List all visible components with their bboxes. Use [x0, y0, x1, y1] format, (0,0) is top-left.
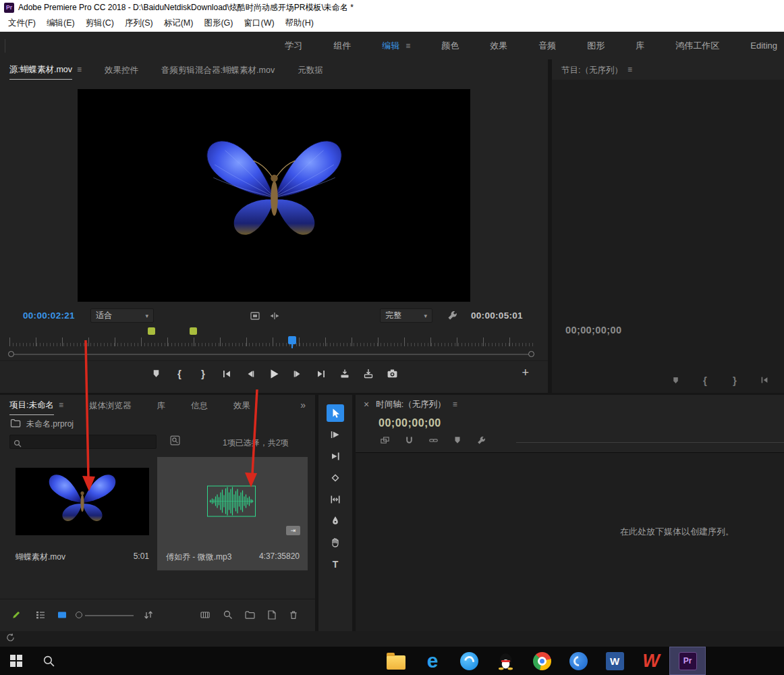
ripple-edit-tool[interactable]	[327, 448, 344, 465]
menu-markers[interactable]: 标记(M)	[164, 18, 194, 29]
workspace-tab-graphics[interactable]: 图形	[587, 40, 605, 52]
workspace-tab-color[interactable]: 颜色	[441, 40, 459, 52]
tab-program[interactable]: 节目:（无序列） ≡	[561, 60, 632, 80]
insert-button[interactable]	[339, 368, 351, 380]
panel-menu-icon[interactable]: ≡	[453, 400, 457, 408]
menu-help[interactable]: 帮助(H)	[285, 18, 314, 29]
step-forward-button[interactable]	[291, 368, 304, 380]
workspace-tab-assembly[interactable]: 组件	[333, 40, 351, 52]
mark-out-button[interactable]: }	[197, 368, 209, 380]
project-item-video[interactable]: 蝴蝶素材.mov 5:01	[7, 457, 157, 570]
list-view-button[interactable]	[35, 610, 46, 623]
playback-resolution-dropdown[interactable]: 完整 ▾	[380, 308, 432, 323]
chrome-taskbar-icon[interactable]	[524, 647, 560, 675]
menu-sequence[interactable]: 序列(S)	[125, 18, 153, 29]
menu-graphics[interactable]: 图形(G)	[204, 18, 233, 29]
tab-media-browser[interactable]: 媒体浏览器	[89, 396, 132, 415]
go-to-out-button[interactable]	[315, 368, 327, 380]
go-to-in-button[interactable]	[221, 368, 233, 380]
panel-menu-icon[interactable]: ≡	[77, 65, 82, 74]
search-box[interactable]	[9, 435, 157, 449]
clip-marker-icon[interactable]	[190, 327, 197, 335]
timeline-drop-zone[interactable]: 在此处放下媒体以创建序列。	[356, 453, 784, 631]
tab-project[interactable]: 项目:未命名 ≡	[9, 395, 63, 415]
mark-in-button[interactable]: {	[699, 374, 711, 386]
wps-taskbar-icon[interactable]: W	[633, 647, 669, 675]
timeline-settings-wrench-icon[interactable]	[476, 435, 486, 448]
menu-file[interactable]: 文件(F)	[8, 18, 36, 29]
clip-marker-icon[interactable]	[148, 327, 155, 335]
sync-status-icon[interactable]	[5, 632, 16, 645]
tab-info[interactable]: 信息	[191, 396, 208, 415]
razor-tool[interactable]	[327, 469, 344, 487]
source-playhead[interactable]	[288, 336, 296, 344]
button-editor-plus[interactable]: +	[522, 367, 529, 379]
file-explorer-taskbar-icon[interactable]	[378, 647, 414, 675]
find-button[interactable]	[223, 610, 233, 623]
panel-menu-icon[interactable]: ≡	[59, 401, 63, 409]
icon-view-button[interactable]	[57, 610, 67, 623]
scrollbar-handle-left[interactable]	[8, 351, 14, 357]
source-scrollbar[interactable]	[9, 351, 533, 358]
qq-taskbar-icon[interactable]	[487, 647, 524, 675]
project-writable-pencil-icon[interactable]	[11, 610, 22, 623]
edge-taskbar-icon[interactable]: e	[414, 647, 451, 675]
taskbar-search-button[interactable]	[32, 647, 65, 675]
tab-effect-controls[interactable]: 效果控件	[105, 60, 138, 80]
slip-tool[interactable]	[327, 491, 344, 508]
mark-in-button[interactable]: {	[173, 368, 186, 380]
workspace-tab-editing[interactable]: Editing	[750, 40, 777, 51]
search-input[interactable]	[26, 435, 153, 448]
track-select-forward-tool[interactable]	[327, 426, 344, 443]
workspace-tab-libraries[interactable]: 库	[636, 40, 644, 52]
source-time-ruler[interactable]	[9, 338, 533, 346]
snap-magnet-icon[interactable]	[404, 435, 414, 448]
menu-window[interactable]: 窗口(W)	[244, 18, 274, 29]
workspace-tab-custom[interactable]: 鸿伟工作区	[675, 40, 719, 52]
tab-source[interactable]: 源:蝴蝶素材.mov ≡	[9, 59, 82, 80]
nest-sequence-icon[interactable]	[380, 435, 390, 448]
zoom-slider-handle[interactable]	[76, 612, 82, 618]
step-back-button[interactable]	[244, 368, 256, 380]
sort-icons-button[interactable]	[143, 610, 154, 623]
premiere-taskbar-icon[interactable]: Pr	[669, 647, 706, 675]
zoom-slider-track[interactable]	[85, 615, 134, 616]
linked-selection-icon[interactable]	[428, 435, 439, 448]
video-thumbnail[interactable]	[16, 468, 149, 535]
workspace-tab-learn[interactable]: 学习	[285, 40, 302, 52]
play-button[interactable]	[268, 368, 280, 380]
scrollbar-handle-right[interactable]	[528, 351, 534, 357]
workspace-tab-audio[interactable]: 音频	[538, 40, 556, 52]
find-icon-button[interactable]	[170, 435, 180, 448]
snap-arrows-icon[interactable]	[269, 310, 280, 323]
workspace-tab-edit[interactable]: 编辑 ≡	[382, 40, 410, 52]
zoom-level-dropdown[interactable]: 适合 ▾	[90, 308, 154, 323]
add-marker-button[interactable]	[150, 368, 162, 380]
tab-metadata[interactable]: 元数据	[298, 60, 323, 80]
scrollbar-track[interactable]	[13, 354, 530, 355]
panel-menu-icon[interactable]: ≡	[627, 65, 632, 74]
hand-tool[interactable]	[327, 534, 344, 551]
type-tool[interactable]: T	[327, 556, 344, 573]
tab-libraries[interactable]: 库	[157, 396, 166, 415]
settings-wrench-icon[interactable]	[447, 310, 458, 323]
export-frame-button[interactable]	[386, 368, 398, 380]
new-item-button[interactable]	[267, 610, 277, 623]
new-bin-button[interactable]	[244, 610, 255, 623]
workspace-menu-icon[interactable]: ≡	[405, 42, 410, 50]
selection-tool[interactable]	[327, 404, 344, 422]
audio-item-name[interactable]: 傅如乔 - 微微.mp3	[166, 551, 231, 563]
close-icon[interactable]: ×	[364, 399, 369, 410]
timeline-title[interactable]: 时间轴:（无序列）	[376, 399, 445, 410]
project-file-row[interactable]: 未命名.prproj	[0, 415, 315, 433]
go-to-in-button[interactable]	[758, 374, 771, 386]
video-item-name[interactable]: 蝴蝶素材.mov	[16, 551, 65, 563]
tab-effects[interactable]: 效果	[233, 396, 250, 415]
safe-margins-icon[interactable]	[250, 310, 260, 323]
browser2-taskbar-icon[interactable]	[560, 647, 596, 675]
start-button[interactable]	[0, 647, 32, 675]
menu-edit[interactable]: 编辑(E)	[47, 18, 75, 29]
tab-overflow-chevrons[interactable]: »	[300, 400, 306, 410]
workspace-tab-effects[interactable]: 效果	[490, 40, 507, 52]
qq-browser-taskbar-icon[interactable]	[451, 647, 487, 675]
